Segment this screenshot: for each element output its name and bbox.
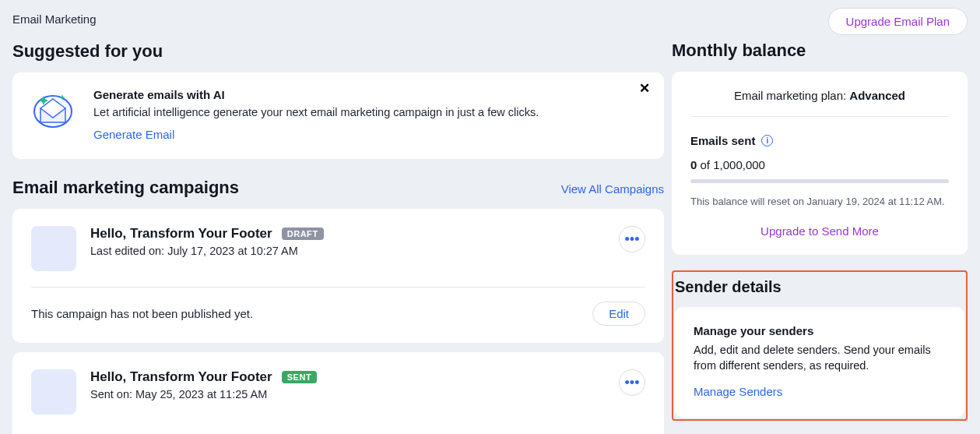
upgrade-plan-button[interactable]: Upgrade Email Plan xyxy=(828,8,968,35)
sender-details-heading: Sender details xyxy=(673,272,966,307)
balance-card: Email marketing plan: Advanced Emails se… xyxy=(672,72,968,255)
sender-details-section: Sender details Manage your senders Add, … xyxy=(672,270,968,421)
plan-row: Email marketing plan: Advanced xyxy=(690,89,949,117)
plan-prefix: Email marketing plan: xyxy=(734,89,849,102)
campaign-title: Hello, Transform Your Footer xyxy=(90,369,272,385)
sender-card: Manage your senders Add, edit and delete… xyxy=(675,307,964,418)
emails-sent-count: 0 of 1,000,000 xyxy=(690,158,949,171)
emails-sent-label: Emails sent xyxy=(690,134,755,147)
campaign-title: Hello, Transform Your Footer xyxy=(90,226,272,242)
manage-senders-button[interactable]: Manage Senders xyxy=(694,385,782,398)
close-icon[interactable]: ✕ xyxy=(639,82,650,95)
campaign-thumbnail xyxy=(31,226,76,271)
sender-title: Manage your senders xyxy=(694,324,946,337)
view-all-campaigns-link[interactable]: View All Campaigns xyxy=(561,182,664,196)
campaigns-heading: Email marketing campaigns xyxy=(12,178,239,198)
generate-email-button[interactable]: Generate Email xyxy=(93,128,174,141)
balance-heading: Monthly balance xyxy=(672,41,968,61)
status-badge: SENT xyxy=(282,371,318,383)
sender-description: Add, edit and delete senders. Send your … xyxy=(694,342,946,374)
suggestion-card: Generate emails with AI Let artificial i… xyxy=(12,72,664,159)
more-actions-button[interactable]: ••• xyxy=(619,226,645,252)
campaign-card: Hello, Transform Your Footer SENT Sent o… xyxy=(12,352,664,434)
suggestion-title: Generate emails with AI xyxy=(93,88,539,101)
emails-progress-bar xyxy=(690,179,949,183)
ellipsis-icon: ••• xyxy=(625,376,640,390)
info-icon[interactable]: i xyxy=(761,135,773,146)
divider xyxy=(31,287,645,288)
status-badge: DRAFT xyxy=(282,228,324,240)
campaign-thumbnail xyxy=(31,369,76,415)
campaign-status-text: This campaign has not been published yet… xyxy=(31,307,253,320)
balance-reset-note: This balance will reset on January 19, 2… xyxy=(690,196,949,207)
emails-sent-of: of 1,000,000 xyxy=(697,158,765,171)
campaign-subline: Last edited on: July 17, 2023 at 10:27 A… xyxy=(90,245,605,257)
ellipsis-icon: ••• xyxy=(625,232,640,246)
plan-name: Advanced xyxy=(849,89,905,102)
campaign-card: Hello, Transform Your Footer DRAFT Last … xyxy=(12,209,664,343)
suggested-heading: Suggested for you xyxy=(12,41,664,62)
ai-email-icon xyxy=(31,88,75,132)
edit-campaign-button[interactable]: Edit xyxy=(592,302,645,326)
upgrade-send-more-button[interactable]: Upgrade to Send More xyxy=(690,224,949,238)
more-actions-button[interactable]: ••• xyxy=(619,369,645,396)
suggestion-description: Let artificial intelligence generate you… xyxy=(93,106,539,118)
campaign-subline: Sent on: May 25, 2023 at 11:25 AM xyxy=(90,388,605,400)
page-title: Email Marketing xyxy=(12,12,97,26)
